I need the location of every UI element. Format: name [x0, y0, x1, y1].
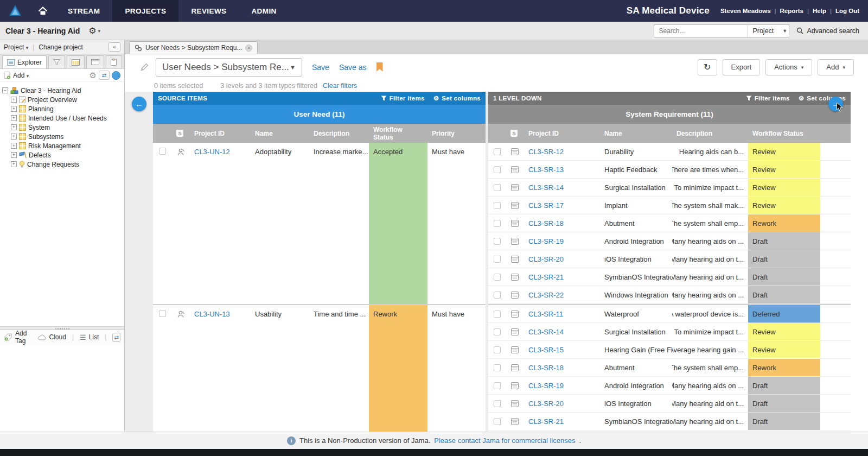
tag-cloud-toggle[interactable]: Cloud [49, 333, 66, 341]
actions-dropdown[interactable]: Actions▾ [765, 59, 812, 75]
row-checkbox[interactable] [159, 148, 166, 155]
row-checkbox[interactable] [494, 166, 501, 173]
tree-node-defects[interactable]: +Defects [2, 150, 122, 160]
expand-icon[interactable]: + [11, 152, 17, 158]
tab-filters[interactable] [48, 55, 65, 68]
tab-trace-view[interactable]: User Needs > Subsystem Requ... ✕ [129, 41, 258, 54]
add-menu[interactable]: Add ▾ [13, 72, 29, 79]
nav-item-stream[interactable]: STREAM [55, 0, 112, 22]
item-id-link[interactable]: CL3-SR-14 [528, 328, 564, 336]
item-id-link[interactable]: CL3-SR-13 [528, 166, 564, 174]
current-user[interactable]: Steven Meadows [720, 8, 771, 14]
source-filter-items-button[interactable]: Filter items [381, 95, 425, 102]
row-checkbox[interactable] [494, 400, 501, 407]
refresh-button[interactable]: ↻ [698, 59, 717, 75]
column-header-project-id[interactable]: Project ID [190, 130, 251, 137]
row-checkbox[interactable] [494, 220, 501, 227]
change-project-link[interactable]: Change project [39, 43, 82, 51]
item-id-link[interactable]: CL3-SR-18 [528, 364, 564, 372]
nav-item-projects[interactable]: PROJECTS [112, 0, 178, 22]
saved-view-dropdown[interactable]: User Needs > Subsystem Re... ▼ [156, 58, 302, 77]
search-input[interactable] [654, 27, 747, 35]
tree-node-subsystems[interactable]: +Subsystems [2, 132, 122, 141]
row-checkbox[interactable] [494, 418, 501, 425]
tree-node-root[interactable]: −Clear 3 - Hearing Aid [2, 86, 122, 95]
tree-node-intended-use-user-needs[interactable]: +Intended Use / User Needs [2, 113, 122, 123]
item-id-link[interactable]: CL3-SR-20 [528, 255, 564, 263]
item-id-link[interactable]: CL3-SR-21 [528, 273, 564, 281]
connect-status-icon[interactable] [112, 71, 120, 80]
tab-views[interactable] [86, 55, 104, 68]
search-scope-dropdown[interactable]: Project ▼ [747, 25, 792, 37]
tab-documents[interactable] [106, 55, 122, 68]
item-id-link[interactable]: CL3-SR-19 [528, 237, 564, 245]
item-id-link[interactable]: CL3-SR-19 [528, 382, 564, 390]
clear-filters-link[interactable]: Clear filters [323, 82, 357, 90]
tree-node-change-requests[interactable]: +Change Requests [2, 160, 122, 169]
tree-node-project-overview[interactable]: +Project Overview [2, 95, 122, 104]
item-id-link[interactable]: CL3-SR-11 [528, 310, 563, 318]
nav-link-log-out[interactable]: Log Out [835, 8, 859, 14]
item-id-link[interactable]: CL3-SR-15 [528, 346, 564, 354]
column-header-priority[interactable]: Priority [427, 130, 486, 137]
jama-logo-icon[interactable] [0, 4, 30, 18]
nav-item-admin[interactable]: ADMIN [239, 0, 289, 22]
column-header-workflow-status[interactable]: Workflow Status [369, 126, 427, 141]
project-menu[interactable]: Project ▾ [4, 43, 28, 51]
tree-settings-gear-icon[interactable]: ⚙ [90, 71, 97, 80]
nav-item-reviews[interactable]: REVIEWS [178, 0, 239, 22]
column-header-name[interactable]: Name [600, 130, 672, 137]
collapse-sidebar-button[interactable]: « [108, 42, 120, 52]
column-header-workflow-status[interactable]: Workflow Status [748, 130, 820, 137]
row-checkbox[interactable] [494, 364, 501, 371]
source-set-columns-button[interactable]: ⚙ Set columns [433, 94, 481, 102]
column-header-description[interactable]: Description [309, 130, 369, 137]
target-filter-items-button[interactable]: Filter items [746, 95, 790, 102]
row-checkbox[interactable] [494, 311, 501, 318]
expand-icon[interactable]: + [11, 134, 17, 140]
sync-icon[interactable]: ⇄ [99, 71, 110, 80]
export-button[interactable]: Export [723, 59, 761, 75]
row-checkbox[interactable] [494, 274, 501, 281]
contact-jama-link[interactable]: Please contact Jama for commercial licen… [434, 436, 575, 445]
close-icon[interactable]: ✕ [245, 45, 252, 52]
tab-releases[interactable] [67, 55, 85, 68]
expand-icon[interactable]: + [11, 143, 17, 149]
tag-refresh-icon[interactable]: ⇄ [112, 333, 120, 342]
tree-node-risk-management[interactable]: +Risk Management [2, 141, 122, 150]
row-checkbox[interactable] [494, 346, 501, 353]
add-dropdown[interactable]: Add▾ [818, 59, 854, 75]
expand-icon[interactable]: + [11, 161, 17, 167]
expand-icon[interactable]: + [11, 106, 17, 112]
tree-node-system[interactable]: +System [2, 123, 122, 132]
item-id-link[interactable]: CL3-SR-12 [528, 148, 564, 156]
nav-link-reports[interactable]: Reports [780, 8, 803, 14]
collapse-icon[interactable]: − [2, 87, 8, 93]
item-id-link[interactable]: CL3-SR-18 [528, 219, 564, 227]
item-id-link[interactable]: CL3-SR-14 [528, 183, 564, 192]
advanced-search-link[interactable]: Advanced search [796, 27, 859, 35]
row-checkbox[interactable] [494, 382, 501, 389]
row-checkbox[interactable] [494, 184, 501, 191]
project-settings-menu[interactable]: ⚙ ▾ [88, 26, 100, 36]
row-checkbox[interactable] [494, 238, 501, 245]
home-icon[interactable] [30, 0, 55, 22]
column-header-description[interactable]: Description [672, 130, 748, 137]
scroll-right-button[interactable]: → [828, 97, 843, 111]
item-id-link[interactable]: CL3-SR-20 [528, 400, 564, 408]
add-tag-button[interactable]: Add Tag [15, 330, 32, 345]
save-button[interactable]: Save [312, 63, 329, 72]
tab-explorer[interactable]: Explorer [2, 55, 47, 68]
edit-pencil-icon[interactable] [140, 62, 149, 72]
row-checkbox[interactable] [494, 148, 501, 155]
bookmark-icon[interactable] [376, 62, 383, 72]
row-checkbox[interactable] [494, 256, 501, 263]
item-id-link[interactable]: CL3-SR-21 [528, 417, 564, 426]
item-id-link[interactable]: CL3-UN-13 [194, 310, 230, 318]
row-checkbox[interactable] [494, 202, 501, 209]
expand-icon[interactable]: + [11, 115, 17, 121]
save-as-button[interactable]: Save as [339, 63, 367, 72]
scroll-left-button[interactable]: ← [132, 97, 146, 111]
tree-node-planning[interactable]: +Planning [2, 104, 122, 113]
column-header-name[interactable]: Name [251, 130, 309, 137]
